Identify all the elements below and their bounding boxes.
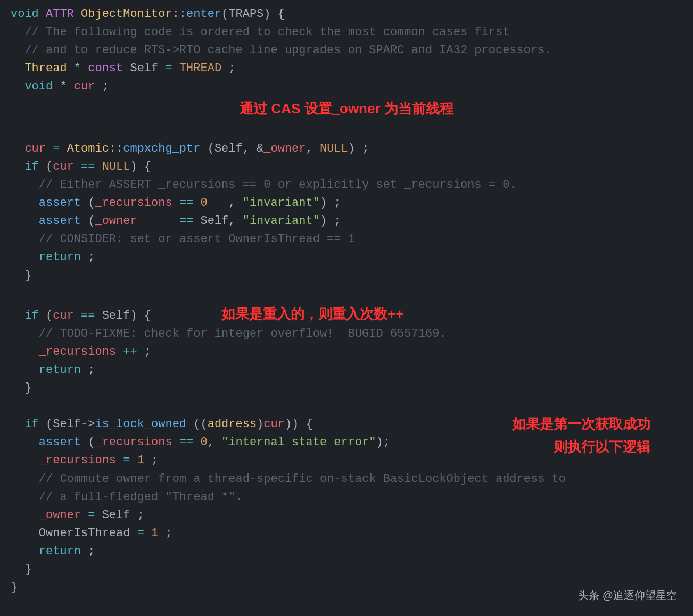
code-line-blank3 <box>11 397 682 415</box>
code-line-blank2 <box>11 285 682 303</box>
code-line-26: // a full-fledged "Thread *". <box>11 488 682 506</box>
code-line-25: // Commute owner from a thread-specific … <box>11 470 682 488</box>
code-line-19: return ; <box>11 361 682 379</box>
code-line-10: assert (_recursions == 0 , "invariant") … <box>11 194 682 212</box>
code-line-2: // The following code is ordered to chec… <box>11 23 682 41</box>
code-line-30: } <box>11 561 682 579</box>
code-line-5: void * cur ; <box>11 78 682 96</box>
code-line-20: } <box>11 379 682 397</box>
code-line-28: OwnerIsThread = 1 ; <box>11 525 682 543</box>
code-line-12: // CONSIDER: set or assert OwnerIsThread… <box>11 230 682 248</box>
code-container: void ATTR ObjectMonitor::enter(TRAPS) { … <box>0 0 693 616</box>
code-line-1: void ATTR ObjectMonitor::enter(TRAPS) { <box>11 5 682 23</box>
annotation-first-lock: 如果是第一次获取成功 则执行以下逻辑 <box>512 413 650 457</box>
code-line-8: if (cur == NULL) { <box>11 158 682 176</box>
code-line-14: } <box>11 267 682 285</box>
code-line-29: return ; <box>11 543 682 561</box>
line-22-container: if (Self->is_lock_owned ((address)cur)) … <box>11 415 682 434</box>
code-line-16: if (cur == Self) { 如果是重入的，则重入次数++ <box>11 303 682 325</box>
code-line-18: _recursions ++ ; <box>11 343 682 361</box>
code-line-7: cur = Atomic::cmpxchg_ptr (Self, &_owner… <box>11 140 682 158</box>
annotation-cas: 通过 CAS 设置_owner 为当前线程 <box>11 98 682 119</box>
code-line-13: return ; <box>11 248 682 267</box>
code-line-11: assert (_owner == Self, "invariant") ; <box>11 212 682 230</box>
code-line-4: Thread * const Self = THREAD ; <box>11 60 682 78</box>
watermark: 头条 @追逐仰望星空 <box>578 587 677 605</box>
code-line-9: // Either ASSERT _recursions == 0 or exp… <box>11 176 682 194</box>
code-line-17: // TODO-FIXME: check for integer overflo… <box>11 325 682 343</box>
code-line-3: // and to reduce RTS->RTO cache line upg… <box>11 41 682 60</box>
code-line-blank1 <box>11 122 682 140</box>
code-line-27: _owner = Self ; <box>11 506 682 525</box>
